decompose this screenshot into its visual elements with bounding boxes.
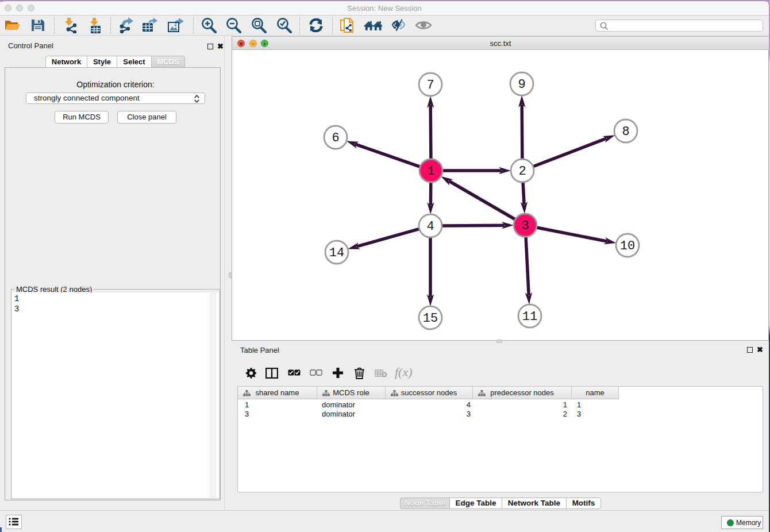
svg-text:10: 10 xyxy=(620,239,635,253)
svg-text:1: 1 xyxy=(427,164,434,179)
svg-text:4: 4 xyxy=(426,219,434,234)
svg-text:11: 11 xyxy=(522,310,537,324)
svg-text:15: 15 xyxy=(423,311,438,326)
svg-text:9: 9 xyxy=(518,78,525,92)
svg-text:3: 3 xyxy=(521,219,529,233)
svg-text:14: 14 xyxy=(329,246,344,260)
svg-text:7: 7 xyxy=(426,78,434,92)
svg-text:2: 2 xyxy=(518,164,526,179)
svg-text:8: 8 xyxy=(622,125,629,139)
svg-text:6: 6 xyxy=(332,131,339,145)
